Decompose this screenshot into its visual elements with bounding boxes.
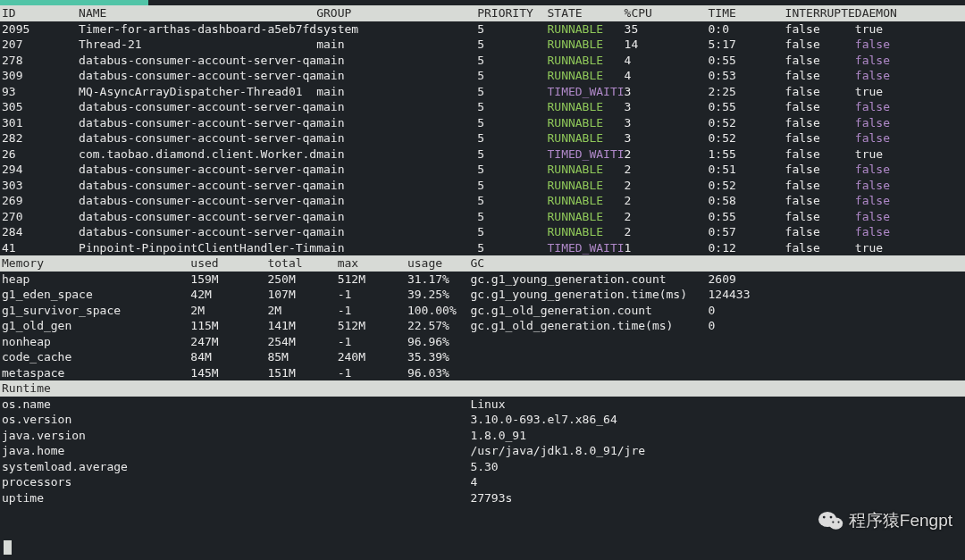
thread-row: 294 databus-consumer-account-server-qama… [0,162,965,178]
thread-row: 270 databus-consumer-account-server-qama… [0,209,965,225]
memory-table-body: heap 159M 250M 512M 31.17% gc.g1_young_g… [0,272,965,381]
runtime-row: systemload.average 5.30 [0,459,965,475]
runtime-row: java.version 1.8.0_91 [0,428,965,444]
thread-state: RUNNABLE [547,54,624,67]
thread-row: 282 databus-consumer-account-server-qama… [0,130,965,146]
svg-point-2 [823,516,826,519]
thread-daemon: false [855,131,890,145]
runtime-row: os.name Linux [0,397,965,413]
thread-state: RUNNABLE [547,194,624,207]
thread-state: TIMED_WAITI [547,147,624,161]
thread-daemon: false [855,163,890,176]
thread-row: 301 databus-consumer-account-server-qama… [0,115,965,131]
thread-state: RUNNABLE [547,131,624,145]
thread-state: RUNNABLE [547,179,624,192]
runtime-row: os.version 3.10.0-693.el7.x86_64 [0,412,965,428]
svg-point-5 [837,521,839,522]
thread-row: 207 Thread-21 main 5 RUNNABLE 14 5:17 fa… [0,37,965,53]
thread-row: 284 databus-consumer-account-server-qama… [0,224,965,240]
thread-row: 303 databus-consumer-account-server-qama… [0,178,965,194]
memory-section-header: Memory used total max usage GC [0,255,965,272]
memory-row: g1_survivor_space 2M 2M -1 100.00% gc.g1… [0,303,965,319]
thread-daemon: true [855,241,883,255]
thread-row: 93 MQ-AsyncArrayDispatcher-Thread01 main… [0,84,965,100]
thread-daemon: false [855,179,890,192]
thread-row: 305 databus-consumer-account-server-qama… [0,99,965,115]
svg-point-3 [829,516,832,519]
terminal-cursor [4,540,12,555]
memory-row: nonheap 247M 254M -1 96.96% [0,334,965,350]
thread-daemon: true [855,85,883,98]
thread-row: 269 databus-consumer-account-server-qama… [0,193,965,209]
runtime-row: processors 4 [0,474,965,490]
runtime-row: java.home /usr/java/jdk1.8.0_91/jre [0,443,965,459]
thread-row: 26 com.taobao.diamond.client.Worker.dmai… [0,146,965,163]
thread-state: RUNNABLE [547,225,624,238]
thread-daemon: false [855,69,890,82]
threads-table-body: 2095 Timer-for-arthas-dashboard-a5eb7fds… [0,21,965,256]
svg-point-4 [832,521,834,522]
memory-row: g1_old_gen 115M 141M 512M 22.57% gc.g1_o… [0,318,965,334]
thread-daemon: false [855,194,890,207]
thread-daemon: false [855,225,890,238]
thread-daemon: false [855,100,890,113]
thread-state: RUNNABLE [547,69,624,82]
wechat-icon [818,508,843,533]
thread-state: RUNNABLE [547,163,624,176]
thread-daemon: false [855,210,890,223]
svg-point-1 [829,518,843,530]
thread-daemon: true [855,147,883,161]
thread-row: 309 databus-consumer-account-server-qama… [0,68,965,84]
thread-row: 278 databus-consumer-account-server-qama… [0,53,965,69]
memory-row: code_cache 84M 85M 240M 35.39% [0,349,965,365]
memory-row: metaspace 145M 151M -1 96.03% [0,365,965,381]
runtime-table-body: os.name Linuxos.version 3.10.0-693.el7.x… [0,397,965,506]
thread-daemon: false [855,38,890,51]
thread-state: RUNNABLE [547,100,624,113]
thread-state: TIMED_WAITI [547,241,624,255]
runtime-section-header: Runtime [0,380,965,397]
thread-state: RUNNABLE [547,116,624,130]
watermark: 程序猿Fengpt [818,508,952,533]
watermark-text: 程序猿Fengpt [849,513,952,529]
thread-row: 2095 Timer-for-arthas-dashboard-a5eb7fds… [0,21,965,38]
thread-daemon: true [855,22,883,36]
thread-row: 41 Pinpoint-PinpointClientHandler-Timmai… [0,240,965,256]
thread-state: RUNNABLE [547,22,624,36]
memory-row: g1_eden_space 42M 107M -1 39.25% gc.g1_y… [0,287,965,303]
thread-state: RUNNABLE [547,38,624,51]
memory-row: heap 159M 250M 512M 31.17% gc.g1_young_g… [0,272,965,288]
thread-daemon: false [855,116,890,130]
threads-header-row: ID NAME GROUP PRIORITY STATE %CPU TIME I… [0,5,965,21]
runtime-row: uptime 27793s [0,490,965,506]
thread-state: RUNNABLE [547,210,624,223]
thread-state: TIMED_WAITI [547,85,624,98]
thread-daemon: false [855,54,890,67]
